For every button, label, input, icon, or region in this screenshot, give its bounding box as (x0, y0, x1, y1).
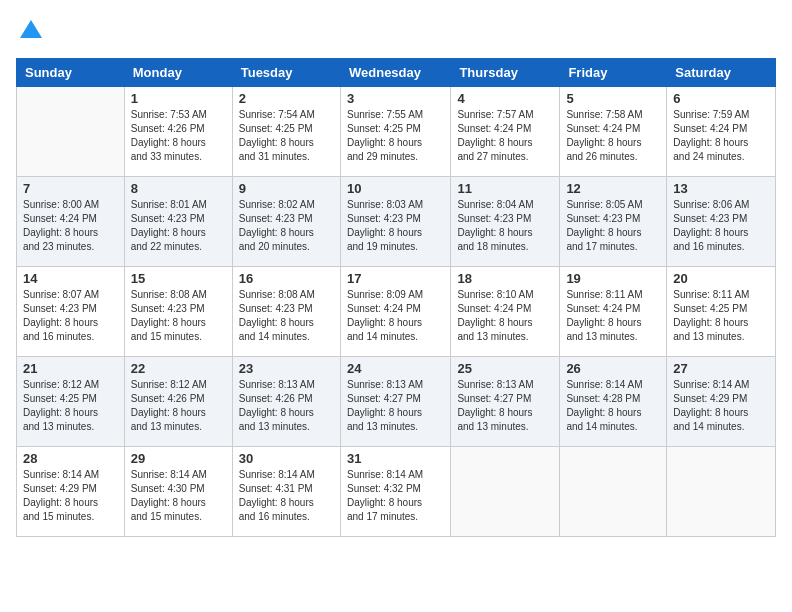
day-number: 1 (131, 91, 226, 106)
day-info: Sunrise: 8:13 AM Sunset: 4:27 PM Dayligh… (347, 378, 444, 434)
page-header (16, 16, 776, 46)
day-info: Sunrise: 8:08 AM Sunset: 4:23 PM Dayligh… (131, 288, 226, 344)
day-number: 3 (347, 91, 444, 106)
svg-marker-0 (20, 20, 42, 38)
day-info: Sunrise: 8:13 AM Sunset: 4:26 PM Dayligh… (239, 378, 334, 434)
day-number: 27 (673, 361, 769, 376)
calendar-cell: 28Sunrise: 8:14 AM Sunset: 4:29 PM Dayli… (17, 447, 125, 537)
day-number: 9 (239, 181, 334, 196)
calendar-week-3: 14Sunrise: 8:07 AM Sunset: 4:23 PM Dayli… (17, 267, 776, 357)
calendar-cell: 19Sunrise: 8:11 AM Sunset: 4:24 PM Dayli… (560, 267, 667, 357)
calendar-cell: 13Sunrise: 8:06 AM Sunset: 4:23 PM Dayli… (667, 177, 776, 267)
header-friday: Friday (560, 59, 667, 87)
day-info: Sunrise: 8:12 AM Sunset: 4:25 PM Dayligh… (23, 378, 118, 434)
day-number: 6 (673, 91, 769, 106)
calendar-cell: 1Sunrise: 7:53 AM Sunset: 4:26 PM Daylig… (124, 87, 232, 177)
calendar-cell: 26Sunrise: 8:14 AM Sunset: 4:28 PM Dayli… (560, 357, 667, 447)
calendar-week-2: 7Sunrise: 8:00 AM Sunset: 4:24 PM Daylig… (17, 177, 776, 267)
day-number: 10 (347, 181, 444, 196)
logo-icon (16, 16, 46, 46)
day-number: 7 (23, 181, 118, 196)
calendar-cell: 14Sunrise: 8:07 AM Sunset: 4:23 PM Dayli… (17, 267, 125, 357)
calendar-cell: 29Sunrise: 8:14 AM Sunset: 4:30 PM Dayli… (124, 447, 232, 537)
day-number: 2 (239, 91, 334, 106)
day-number: 20 (673, 271, 769, 286)
day-info: Sunrise: 8:13 AM Sunset: 4:27 PM Dayligh… (457, 378, 553, 434)
calendar-cell: 2Sunrise: 7:54 AM Sunset: 4:25 PM Daylig… (232, 87, 340, 177)
calendar-cell: 30Sunrise: 8:14 AM Sunset: 4:31 PM Dayli… (232, 447, 340, 537)
day-info: Sunrise: 8:14 AM Sunset: 4:29 PM Dayligh… (673, 378, 769, 434)
day-number: 17 (347, 271, 444, 286)
day-info: Sunrise: 7:59 AM Sunset: 4:24 PM Dayligh… (673, 108, 769, 164)
day-number: 31 (347, 451, 444, 466)
day-info: Sunrise: 8:07 AM Sunset: 4:23 PM Dayligh… (23, 288, 118, 344)
calendar-cell: 8Sunrise: 8:01 AM Sunset: 4:23 PM Daylig… (124, 177, 232, 267)
calendar-cell: 16Sunrise: 8:08 AM Sunset: 4:23 PM Dayli… (232, 267, 340, 357)
header-thursday: Thursday (451, 59, 560, 87)
calendar-cell: 18Sunrise: 8:10 AM Sunset: 4:24 PM Dayli… (451, 267, 560, 357)
day-info: Sunrise: 8:08 AM Sunset: 4:23 PM Dayligh… (239, 288, 334, 344)
day-number: 12 (566, 181, 660, 196)
calendar-cell: 21Sunrise: 8:12 AM Sunset: 4:25 PM Dayli… (17, 357, 125, 447)
day-info: Sunrise: 7:57 AM Sunset: 4:24 PM Dayligh… (457, 108, 553, 164)
calendar-cell: 10Sunrise: 8:03 AM Sunset: 4:23 PM Dayli… (340, 177, 450, 267)
header-wednesday: Wednesday (340, 59, 450, 87)
day-number: 14 (23, 271, 118, 286)
day-info: Sunrise: 8:14 AM Sunset: 4:31 PM Dayligh… (239, 468, 334, 524)
calendar-cell: 6Sunrise: 7:59 AM Sunset: 4:24 PM Daylig… (667, 87, 776, 177)
day-number: 5 (566, 91, 660, 106)
day-number: 4 (457, 91, 553, 106)
calendar-week-4: 21Sunrise: 8:12 AM Sunset: 4:25 PM Dayli… (17, 357, 776, 447)
calendar-cell: 31Sunrise: 8:14 AM Sunset: 4:32 PM Dayli… (340, 447, 450, 537)
calendar-cell: 20Sunrise: 8:11 AM Sunset: 4:25 PM Dayli… (667, 267, 776, 357)
day-info: Sunrise: 8:05 AM Sunset: 4:23 PM Dayligh… (566, 198, 660, 254)
day-number: 22 (131, 361, 226, 376)
day-info: Sunrise: 8:01 AM Sunset: 4:23 PM Dayligh… (131, 198, 226, 254)
day-number: 18 (457, 271, 553, 286)
calendar-cell: 11Sunrise: 8:04 AM Sunset: 4:23 PM Dayli… (451, 177, 560, 267)
day-number: 16 (239, 271, 334, 286)
day-number: 23 (239, 361, 334, 376)
calendar-cell: 4Sunrise: 7:57 AM Sunset: 4:24 PM Daylig… (451, 87, 560, 177)
day-number: 30 (239, 451, 334, 466)
header-saturday: Saturday (667, 59, 776, 87)
header-row: SundayMondayTuesdayWednesdayThursdayFrid… (17, 59, 776, 87)
calendar-cell (451, 447, 560, 537)
day-info: Sunrise: 7:54 AM Sunset: 4:25 PM Dayligh… (239, 108, 334, 164)
calendar-cell: 12Sunrise: 8:05 AM Sunset: 4:23 PM Dayli… (560, 177, 667, 267)
calendar-cell: 7Sunrise: 8:00 AM Sunset: 4:24 PM Daylig… (17, 177, 125, 267)
day-info: Sunrise: 8:11 AM Sunset: 4:25 PM Dayligh… (673, 288, 769, 344)
header-tuesday: Tuesday (232, 59, 340, 87)
day-number: 8 (131, 181, 226, 196)
day-number: 11 (457, 181, 553, 196)
day-number: 13 (673, 181, 769, 196)
day-info: Sunrise: 8:12 AM Sunset: 4:26 PM Dayligh… (131, 378, 226, 434)
calendar-cell: 5Sunrise: 7:58 AM Sunset: 4:24 PM Daylig… (560, 87, 667, 177)
calendar-cell: 24Sunrise: 8:13 AM Sunset: 4:27 PM Dayli… (340, 357, 450, 447)
header-sunday: Sunday (17, 59, 125, 87)
calendar-cell (667, 447, 776, 537)
day-number: 28 (23, 451, 118, 466)
day-number: 15 (131, 271, 226, 286)
logo (16, 16, 50, 46)
day-info: Sunrise: 8:11 AM Sunset: 4:24 PM Dayligh… (566, 288, 660, 344)
day-info: Sunrise: 8:00 AM Sunset: 4:24 PM Dayligh… (23, 198, 118, 254)
calendar-cell (560, 447, 667, 537)
day-info: Sunrise: 8:10 AM Sunset: 4:24 PM Dayligh… (457, 288, 553, 344)
calendar-cell (17, 87, 125, 177)
day-number: 19 (566, 271, 660, 286)
calendar-cell: 22Sunrise: 8:12 AM Sunset: 4:26 PM Dayli… (124, 357, 232, 447)
day-info: Sunrise: 7:58 AM Sunset: 4:24 PM Dayligh… (566, 108, 660, 164)
day-info: Sunrise: 7:53 AM Sunset: 4:26 PM Dayligh… (131, 108, 226, 164)
day-info: Sunrise: 7:55 AM Sunset: 4:25 PM Dayligh… (347, 108, 444, 164)
day-info: Sunrise: 8:06 AM Sunset: 4:23 PM Dayligh… (673, 198, 769, 254)
calendar-cell: 25Sunrise: 8:13 AM Sunset: 4:27 PM Dayli… (451, 357, 560, 447)
calendar-cell: 3Sunrise: 7:55 AM Sunset: 4:25 PM Daylig… (340, 87, 450, 177)
calendar-cell: 15Sunrise: 8:08 AM Sunset: 4:23 PM Dayli… (124, 267, 232, 357)
day-info: Sunrise: 8:14 AM Sunset: 4:32 PM Dayligh… (347, 468, 444, 524)
calendar: SundayMondayTuesdayWednesdayThursdayFrid… (16, 58, 776, 537)
day-number: 24 (347, 361, 444, 376)
day-info: Sunrise: 8:14 AM Sunset: 4:28 PM Dayligh… (566, 378, 660, 434)
calendar-cell: 17Sunrise: 8:09 AM Sunset: 4:24 PM Dayli… (340, 267, 450, 357)
day-info: Sunrise: 8:09 AM Sunset: 4:24 PM Dayligh… (347, 288, 444, 344)
